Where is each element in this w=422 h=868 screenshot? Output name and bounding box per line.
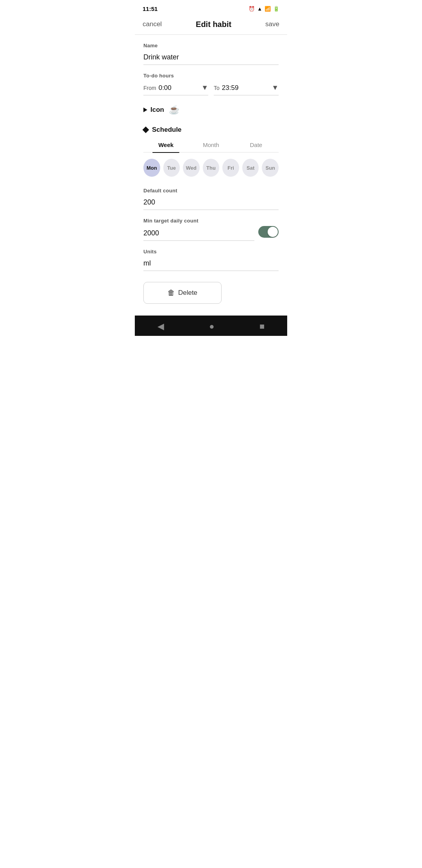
units-input[interactable] bbox=[143, 257, 279, 271]
status-bar: 11:51 ⏰ ▲ 📶 🔋 bbox=[135, 0, 287, 16]
recents-icon[interactable]: ■ bbox=[259, 321, 265, 332]
min-target-input-wrap bbox=[143, 227, 254, 241]
top-bar-divider bbox=[135, 34, 287, 35]
to-time-select[interactable]: To 23:59 ▼ bbox=[214, 82, 279, 95]
trash-icon: 🗑 bbox=[168, 289, 175, 297]
wifi-icon: ▲ bbox=[257, 6, 262, 12]
day-tue[interactable]: Tue bbox=[163, 159, 180, 177]
tab-date[interactable]: Date bbox=[234, 138, 279, 152]
from-label: From bbox=[143, 85, 156, 91]
top-bar: cancel Edit habit save bbox=[135, 16, 287, 34]
content-area: Name To-do hours From 0:00 ▼ To 23:59 ▼ … bbox=[135, 43, 287, 304]
battery-icon: 🔋 bbox=[273, 6, 279, 12]
delete-label: Delete bbox=[178, 289, 197, 297]
home-icon[interactable]: ● bbox=[209, 321, 214, 332]
day-wed[interactable]: Wed bbox=[183, 159, 200, 177]
schedule-section-label: Schedule bbox=[152, 126, 182, 134]
days-row: Mon Tue Wed Thu Fri Sat Sun bbox=[143, 159, 279, 177]
schedule-expand-diamond bbox=[143, 127, 149, 133]
delete-button[interactable]: 🗑 Delete bbox=[143, 282, 222, 304]
day-fri[interactable]: Fri bbox=[222, 159, 239, 177]
to-label: To bbox=[214, 85, 220, 91]
back-icon[interactable]: ◀ bbox=[157, 321, 164, 332]
icon-row[interactable]: Icon ☕ bbox=[143, 105, 279, 115]
page-title: Edit habit bbox=[196, 20, 231, 29]
day-thu[interactable]: Thu bbox=[203, 159, 220, 177]
units-block: Units bbox=[143, 249, 279, 271]
toggle-knob bbox=[268, 227, 278, 237]
from-dropdown-arrow-icon: ▼ bbox=[201, 84, 208, 92]
min-target-label: Min target daily count bbox=[143, 218, 279, 224]
default-count-input[interactable] bbox=[143, 196, 279, 210]
to-dropdown-arrow-icon: ▼ bbox=[272, 84, 279, 92]
from-value: 0:00 bbox=[159, 84, 202, 92]
day-sat[interactable]: Sat bbox=[242, 159, 259, 177]
schedule-row[interactable]: Schedule bbox=[143, 126, 279, 134]
todo-hours-label: To-do hours bbox=[143, 73, 279, 79]
status-time: 11:51 bbox=[143, 5, 157, 12]
name-label: Name bbox=[143, 43, 279, 48]
nav-bar: ◀ ● ■ bbox=[135, 316, 287, 336]
status-icons: ⏰ ▲ 📶 🔋 bbox=[249, 6, 279, 12]
todo-hours-row: From 0:00 ▼ To 23:59 ▼ bbox=[143, 82, 279, 95]
alarm-icon: ⏰ bbox=[249, 6, 255, 12]
min-target-row bbox=[143, 226, 279, 241]
icon-section-label: Icon bbox=[150, 106, 164, 114]
cancel-button[interactable]: cancel bbox=[142, 19, 163, 30]
name-input[interactable] bbox=[143, 51, 279, 65]
default-count-label: Default count bbox=[143, 188, 279, 194]
to-value: 23:59 bbox=[222, 84, 272, 92]
units-label: Units bbox=[143, 249, 279, 255]
icon-expand-triangle bbox=[143, 108, 147, 112]
day-mon[interactable]: Mon bbox=[143, 159, 160, 177]
day-sun[interactable]: Sun bbox=[262, 159, 279, 177]
default-count-block: Default count bbox=[143, 188, 279, 210]
tab-month[interactable]: Month bbox=[188, 138, 233, 152]
selected-icon-emoji: ☕ bbox=[169, 105, 179, 115]
tab-week[interactable]: Week bbox=[143, 138, 188, 152]
min-target-toggle[interactable] bbox=[258, 226, 279, 238]
signal-icon: 📶 bbox=[265, 6, 271, 12]
schedule-tabs: Week Month Date bbox=[143, 138, 279, 152]
min-target-input[interactable] bbox=[143, 227, 254, 241]
save-button[interactable]: save bbox=[265, 19, 280, 30]
from-time-select[interactable]: From 0:00 ▼ bbox=[143, 82, 208, 95]
